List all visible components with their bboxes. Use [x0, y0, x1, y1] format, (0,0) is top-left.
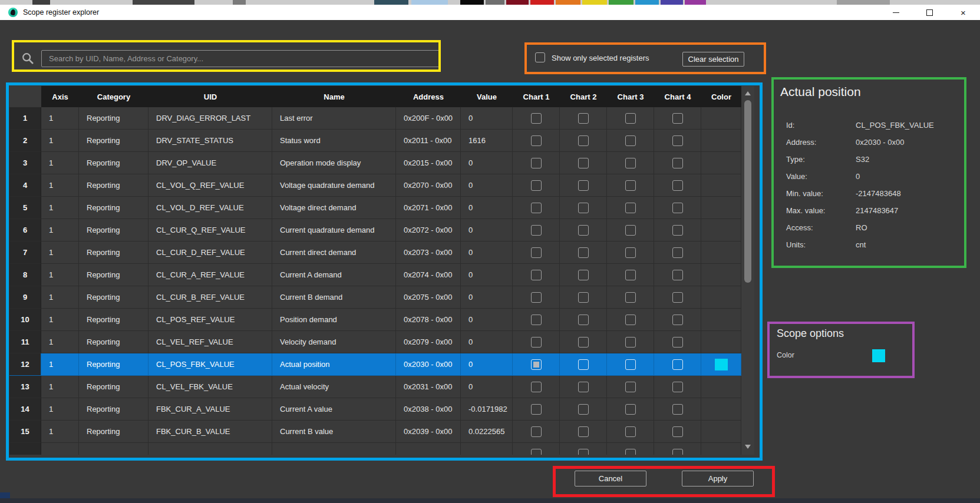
table-row[interactable]: 31ReportingDRV_OP_VALUEOperation mode di…: [9, 152, 741, 174]
chart3-checkbox[interactable]: [625, 113, 636, 124]
chart3-checkbox[interactable]: [625, 382, 636, 392]
chart3-checkbox[interactable]: [625, 337, 636, 348]
row-color-swatch[interactable]: [715, 359, 728, 370]
chart1-checkbox[interactable]: [531, 270, 542, 280]
scroll-down-icon[interactable]: [741, 441, 754, 452]
chart1-checkbox[interactable]: [531, 449, 542, 455]
chart1-checkbox[interactable]: [531, 426, 542, 437]
chart4-checkbox[interactable]: [672, 404, 683, 415]
cell-category: Reporting: [79, 152, 149, 174]
chart3-checkbox[interactable]: [625, 270, 636, 280]
table-row[interactable]: 21ReportingDRV_STATE_STATUSStatus word0x…: [9, 130, 741, 152]
chart4-checkbox[interactable]: [672, 426, 683, 437]
chart2-checkbox[interactable]: [578, 247, 589, 258]
scrollbar-thumb[interactable]: [744, 100, 751, 283]
chart2-checkbox[interactable]: [578, 292, 589, 303]
chart1-checkbox[interactable]: [531, 225, 542, 236]
chart2-checkbox[interactable]: [578, 225, 589, 236]
chart2-checkbox[interactable]: [578, 449, 589, 455]
search-input[interactable]: [41, 50, 441, 67]
vertical-scrollbar[interactable]: [741, 86, 754, 455]
chart4-checkbox[interactable]: [672, 359, 683, 370]
chart1-checkbox[interactable]: [531, 292, 542, 303]
background-strip-segment: [374, 0, 408, 5]
chart2-checkbox[interactable]: [578, 135, 589, 146]
chart3-checkbox[interactable]: [625, 158, 636, 168]
chart2-checkbox[interactable]: [578, 359, 589, 370]
chart4-checkbox[interactable]: [672, 113, 683, 124]
row-number: 8: [9, 264, 41, 286]
table-row[interactable]: 61ReportingCL_CUR_Q_REF_VALUECurrent qua…: [9, 219, 741, 241]
chart3-checkbox[interactable]: [625, 449, 636, 455]
chart4-checkbox[interactable]: [672, 135, 683, 146]
chart4-checkbox[interactable]: [672, 337, 683, 348]
chart2-checkbox[interactable]: [578, 180, 589, 191]
chart2-checkbox[interactable]: [578, 315, 589, 325]
chart2-checkbox[interactable]: [578, 203, 589, 213]
table-row[interactable]: 11ReportingDRV_DIAG_ERROR_LASTLast error…: [9, 107, 741, 130]
chart2-checkbox[interactable]: [578, 404, 589, 415]
table-row[interactable]: 51ReportingCL_VOL_D_REF_VALUEVoltage dir…: [9, 197, 741, 219]
chart1-checkbox[interactable]: [531, 158, 542, 168]
chart3-checkbox[interactable]: [625, 404, 636, 415]
chart4-checkbox[interactable]: [672, 180, 683, 191]
background-bottom-strip: [0, 498, 980, 503]
chart1-checkbox[interactable]: [531, 359, 542, 370]
chart4-checkbox[interactable]: [672, 382, 683, 392]
chart4-checkbox[interactable]: [672, 203, 683, 213]
apply-button[interactable]: Apply: [682, 471, 754, 487]
table-row[interactable]: 81ReportingCL_CUR_A_REF_VALUECurrent A d…: [9, 264, 741, 286]
chart4-checkbox[interactable]: [672, 315, 683, 325]
chart3-checkbox[interactable]: [625, 359, 636, 370]
chart1-checkbox[interactable]: [531, 404, 542, 415]
chart2-checkbox[interactable]: [578, 158, 589, 168]
chart3-checkbox[interactable]: [625, 247, 636, 258]
chart3-checkbox[interactable]: [625, 225, 636, 236]
table-row[interactable]: 151ReportingFBK_CUR_B_VALUECurrent B val…: [9, 421, 741, 443]
scroll-up-icon[interactable]: [741, 87, 754, 99]
minimize-icon[interactable]: [879, 5, 913, 20]
chart2-checkbox[interactable]: [578, 337, 589, 348]
table-row[interactable]: 131ReportingCL_VEL_FBK_VALUEActual veloc…: [9, 376, 741, 398]
chart1-checkbox[interactable]: [531, 337, 542, 348]
chart4-checkbox[interactable]: [672, 225, 683, 236]
chart3-checkbox[interactable]: [625, 180, 636, 191]
cancel-button[interactable]: Cancel: [575, 471, 646, 487]
table-row[interactable]: 41ReportingCL_VOL_Q_REF_VALUEVoltage qua…: [9, 174, 741, 197]
show-only-selected-checkbox[interactable]: [535, 52, 545, 62]
chart1-checkbox[interactable]: [531, 135, 542, 146]
chart4-checkbox[interactable]: [672, 449, 683, 455]
chart4-checkbox[interactable]: [672, 247, 683, 258]
chart1-checkbox[interactable]: [531, 382, 542, 392]
chart1-checkbox[interactable]: [531, 180, 542, 191]
chart4-checkbox[interactable]: [672, 270, 683, 280]
chart2-checkbox[interactable]: [578, 426, 589, 437]
table-row[interactable]: [9, 443, 741, 455]
table-row[interactable]: 101ReportingCL_POS_REF_VALUEPosition dem…: [9, 309, 741, 331]
maximize-icon[interactable]: [913, 5, 946, 20]
chart2-checkbox[interactable]: [578, 113, 589, 124]
chart3-checkbox[interactable]: [625, 315, 636, 325]
chart1-checkbox[interactable]: [531, 203, 542, 213]
chart2-checkbox[interactable]: [578, 382, 589, 392]
chart1-checkbox[interactable]: [531, 315, 542, 325]
table-row[interactable]: 141ReportingFBK_CUR_A_VALUECurrent A val…: [9, 398, 741, 421]
cell-name: Status word: [272, 130, 396, 152]
table-row[interactable]: 91ReportingCL_CUR_B_REF_VALUECurrent B d…: [9, 286, 741, 309]
scope-color-swatch[interactable]: [872, 349, 885, 362]
chart2-checkbox[interactable]: [578, 270, 589, 280]
chart1-checkbox[interactable]: [531, 247, 542, 258]
chart1-checkbox[interactable]: [531, 113, 542, 124]
table-row[interactable]: 71ReportingCL_CUR_D_REF_VALUECurrent dir…: [9, 241, 741, 264]
chart4-checkbox[interactable]: [672, 292, 683, 303]
clear-selection-button[interactable]: Clear selection: [682, 52, 744, 67]
table-row[interactable]: 121ReportingCL_POS_FBK_VALUEActual posit…: [9, 353, 741, 376]
cell-axis: 1: [41, 309, 79, 331]
chart3-checkbox[interactable]: [625, 135, 636, 146]
chart3-checkbox[interactable]: [625, 426, 636, 437]
chart3-checkbox[interactable]: [625, 292, 636, 303]
table-row[interactable]: 111ReportingCL_VEL_REF_VALUEVelocity dem…: [9, 331, 741, 353]
close-icon[interactable]: ×: [946, 5, 980, 20]
chart3-checkbox[interactable]: [625, 203, 636, 213]
chart4-checkbox[interactable]: [672, 158, 683, 168]
